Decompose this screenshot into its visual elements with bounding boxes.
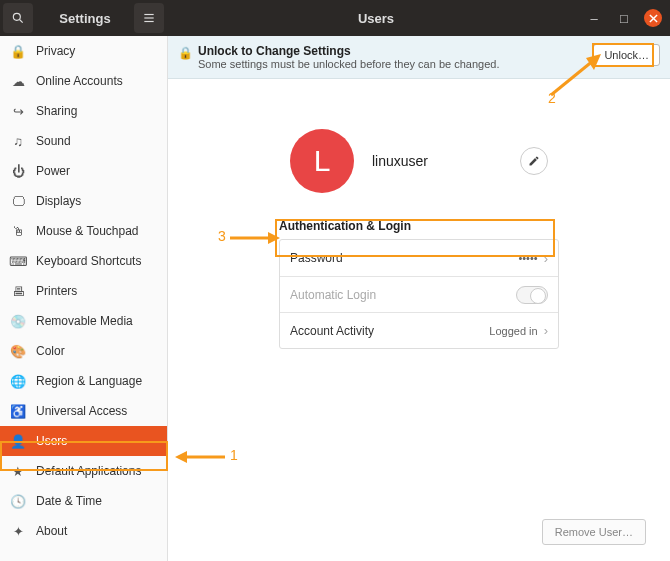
printers-icon: 🖶 (10, 284, 26, 299)
activity-row[interactable]: Account Activity Logged in › (280, 312, 558, 348)
sharing-icon: ↪ (10, 104, 26, 119)
sidebar-item-label: Universal Access (36, 404, 127, 418)
chevron-right-icon: › (544, 251, 548, 266)
sidebar-item-mouse-touchpad[interactable]: 🖱Mouse & Touchpad (0, 216, 167, 246)
autologin-switch[interactable] (516, 286, 548, 304)
sidebar-item-power[interactable]: ⏻Power (0, 156, 167, 186)
sidebar-item-label: Keyboard Shortcuts (36, 254, 141, 268)
minimize-button[interactable]: – (584, 8, 604, 28)
settings-rows: Password ••••• › Automatic Login Account… (279, 239, 559, 349)
sidebar-item-label: Printers (36, 284, 77, 298)
sidebar-item-about[interactable]: ✦About (0, 516, 167, 546)
activity-value: Logged in (489, 325, 537, 337)
sidebar-item-label: Privacy (36, 44, 75, 58)
sidebar-item-displays[interactable]: 🖵Displays (0, 186, 167, 216)
users-icon: 👤 (10, 434, 26, 449)
privacy-icon: 🔒 (10, 44, 26, 59)
sidebar-item-label: Online Accounts (36, 74, 123, 88)
annotation-number-1: 1 (230, 447, 238, 463)
password-value: ••••• (518, 252, 537, 264)
autologin-row: Automatic Login (280, 276, 558, 312)
sidebar-item-label: Sound (36, 134, 71, 148)
autologin-label: Automatic Login (290, 288, 516, 302)
sidebar-item-label: Sharing (36, 104, 77, 118)
mouse-touchpad-icon: 🖱 (10, 224, 26, 239)
color-icon: 🎨 (10, 344, 26, 359)
hamburger-icon[interactable] (134, 3, 164, 33)
sidebar-item-label: Mouse & Touchpad (36, 224, 139, 238)
password-label: Password (290, 251, 518, 265)
annotation-number-3: 3 (218, 228, 226, 244)
universal-access-icon: ♿ (10, 404, 26, 419)
sidebar-item-printers[interactable]: 🖶Printers (0, 276, 167, 306)
sidebar-item-sharing[interactable]: ↪Sharing (0, 96, 167, 126)
remove-user-button[interactable]: Remove User… (542, 519, 646, 545)
removable-media-icon: 💿 (10, 314, 26, 329)
date-time-icon: 🕓 (10, 494, 26, 509)
sidebar-item-color[interactable]: 🎨Color (0, 336, 167, 366)
sidebar-item-label: Power (36, 164, 70, 178)
chevron-right-icon: › (544, 323, 548, 338)
sidebar-item-users[interactable]: 👤Users (0, 426, 167, 456)
svg-line-1 (20, 20, 23, 23)
sidebar-item-label: Region & Language (36, 374, 142, 388)
sidebar-item-online-accounts[interactable]: ☁Online Accounts (0, 66, 167, 96)
default-applications-icon: ★ (10, 464, 26, 479)
sidebar-item-label: Default Applications (36, 464, 141, 478)
annotation-number-2: 2 (548, 90, 556, 106)
sound-icon: ♫ (10, 134, 26, 149)
about-icon: ✦ (10, 524, 26, 539)
lock-icon: 🔒 (178, 44, 198, 60)
username-label: linuxuser (372, 153, 502, 169)
online-accounts-icon: ☁ (10, 74, 26, 89)
activity-label: Account Activity (290, 324, 489, 338)
page-title: Users (168, 11, 584, 26)
sidebar-item-date-time[interactable]: 🕓Date & Time (0, 486, 167, 516)
edit-name-button[interactable] (520, 147, 548, 175)
app-title: Settings (36, 11, 134, 26)
banner-title: Unlock to Change Settings (198, 44, 593, 58)
sidebar-item-sound[interactable]: ♫Sound (0, 126, 167, 156)
content-pane: 🔒 Unlock to Change Settings Some setting… (168, 36, 670, 561)
maximize-button[interactable]: □ (614, 8, 634, 28)
password-row[interactable]: Password ••••• › (280, 240, 558, 276)
power-icon: ⏻ (10, 164, 26, 179)
close-button[interactable] (644, 9, 662, 27)
section-title: Authentication & Login (279, 219, 559, 233)
sidebar-item-privacy[interactable]: 🔒Privacy (0, 36, 167, 66)
sidebar-item-label: Users (36, 434, 67, 448)
sidebar-item-default-applications[interactable]: ★Default Applications (0, 456, 167, 486)
user-header: L linuxuser (168, 129, 670, 193)
displays-icon: 🖵 (10, 194, 26, 209)
sidebar-item-label: Displays (36, 194, 81, 208)
svg-point-0 (13, 13, 20, 20)
region-language-icon: 🌐 (10, 374, 26, 389)
unlock-button[interactable]: Unlock… (593, 44, 660, 66)
sidebar-item-label: Removable Media (36, 314, 133, 328)
sidebar: 🔒Privacy☁Online Accounts↪Sharing♫Sound⏻P… (0, 36, 168, 561)
sidebar-item-keyboard-shortcuts[interactable]: ⌨Keyboard Shortcuts (0, 246, 167, 276)
auth-section: Authentication & Login Password ••••• › … (279, 219, 559, 349)
sidebar-item-label: Date & Time (36, 494, 102, 508)
search-icon[interactable] (3, 3, 33, 33)
banner-subtitle: Some settings must be unlocked before th… (198, 58, 593, 70)
avatar[interactable]: L (290, 129, 354, 193)
sidebar-item-universal-access[interactable]: ♿Universal Access (0, 396, 167, 426)
titlebar: Settings Users – □ (0, 0, 670, 36)
unlock-banner: 🔒 Unlock to Change Settings Some setting… (168, 36, 670, 79)
sidebar-item-removable-media[interactable]: 💿Removable Media (0, 306, 167, 336)
banner-text: Unlock to Change Settings Some settings … (198, 44, 593, 70)
keyboard-shortcuts-icon: ⌨ (10, 254, 26, 269)
sidebar-item-region-language[interactable]: 🌐Region & Language (0, 366, 167, 396)
sidebar-item-label: Color (36, 344, 65, 358)
titlebar-left: Settings (0, 0, 168, 36)
sidebar-item-label: About (36, 524, 67, 538)
window-controls: – □ (584, 8, 670, 28)
